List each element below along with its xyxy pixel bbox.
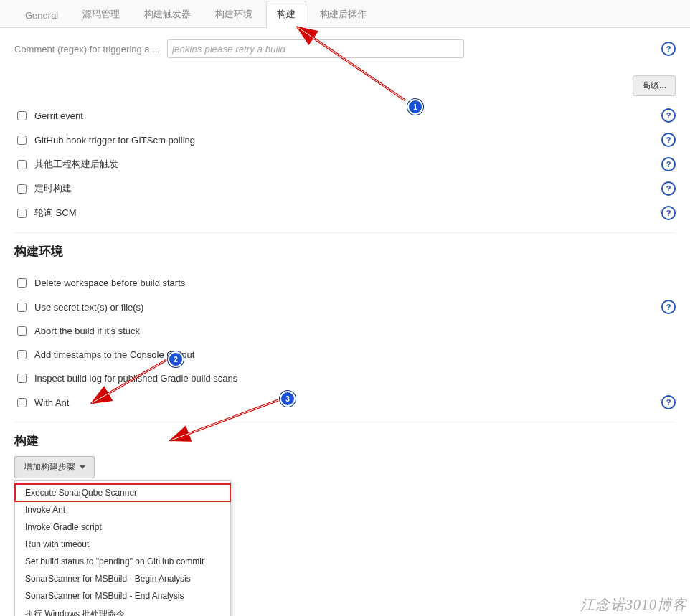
tab-scm[interactable]: 源码管理 bbox=[72, 1, 131, 27]
config-tabs: General 源码管理 构建触发器 构建环境 构建 构建后操作 bbox=[0, 0, 690, 28]
build-step-option-0[interactable]: Execute SonarQube Scanner bbox=[15, 484, 230, 501]
help-icon[interactable]: ? bbox=[661, 108, 676, 123]
section-build-environment: 构建环境 bbox=[14, 243, 676, 260]
add-build-step-label: 增加构建步骤 bbox=[24, 461, 75, 473]
env-0-label: Delete workspace before build starts bbox=[34, 278, 185, 288]
env-0-checkbox[interactable] bbox=[17, 278, 27, 288]
build-step-option-5[interactable]: SonarScanner for MSBuild - Begin Analysi… bbox=[15, 570, 230, 587]
watermark: 江念诺3010博客 bbox=[580, 595, 687, 615]
trigger-4-label: 轮询 SCM bbox=[34, 207, 77, 219]
trigger-0-label: Gerrit event bbox=[34, 110, 83, 121]
trigger-3-label: 定时构建 bbox=[34, 182, 72, 195]
annotation-badge-2: 2 bbox=[168, 351, 184, 367]
trigger-3-checkbox[interactable] bbox=[17, 184, 27, 194]
tab-environment[interactable]: 构建环境 bbox=[204, 1, 263, 27]
build-step-option-6[interactable]: SonarScanner for MSBuild - End Analysis bbox=[15, 587, 230, 605]
annotation-badge-3: 3 bbox=[280, 391, 296, 407]
env-2-checkbox[interactable] bbox=[17, 326, 27, 336]
env-3-checkbox[interactable] bbox=[17, 350, 27, 359]
env-5-label: With Ant bbox=[34, 397, 69, 408]
build-step-option-2[interactable]: Invoke Gradle script bbox=[15, 518, 230, 536]
env-4-label: Inspect build log for published Gradle b… bbox=[34, 373, 237, 384]
build-step-dropdown: Execute SonarQube ScannerInvoke AntInvok… bbox=[14, 480, 231, 616]
tab-triggers[interactable]: 构建触发器 bbox=[133, 1, 202, 27]
env-1-checkbox[interactable] bbox=[17, 303, 27, 312]
tab-build[interactable]: 构建 bbox=[266, 1, 306, 28]
trigger-1-label: GitHub hook trigger for GITScm polling bbox=[34, 135, 195, 146]
trigger-4-checkbox[interactable] bbox=[17, 209, 27, 218]
add-build-step-button[interactable]: 增加构建步骤 bbox=[14, 456, 95, 478]
help-icon[interactable]: ? bbox=[661, 395, 676, 409]
tab-general[interactable]: General bbox=[14, 3, 69, 27]
caret-down-icon bbox=[80, 465, 85, 469]
build-step-option-4[interactable]: Set build status to "pending" on GitHub … bbox=[15, 553, 230, 570]
help-icon[interactable]: ? bbox=[661, 181, 676, 196]
help-icon[interactable]: ? bbox=[661, 133, 676, 147]
trigger-2-checkbox[interactable] bbox=[17, 160, 27, 169]
trigger-0-checkbox[interactable] bbox=[17, 111, 27, 120]
help-icon[interactable]: ? bbox=[661, 157, 676, 171]
help-icon[interactable]: ? bbox=[661, 42, 676, 56]
advanced-button[interactable]: 高级... bbox=[633, 75, 676, 96]
help-icon[interactable]: ? bbox=[661, 300, 676, 314]
section-build: 构建 bbox=[14, 432, 676, 449]
env-2-label: Abort the build if it's stuck bbox=[34, 326, 140, 336]
env-5-checkbox[interactable] bbox=[17, 398, 27, 407]
annotation-badge-1: 1 bbox=[407, 99, 423, 115]
help-icon[interactable]: ? bbox=[661, 206, 676, 220]
regex-comment-input[interactable] bbox=[167, 39, 464, 58]
build-step-option-7[interactable]: 执行 Windows 批处理命令 bbox=[15, 605, 230, 616]
trigger-1-checkbox[interactable] bbox=[17, 136, 27, 145]
build-step-option-1[interactable]: Invoke Ant bbox=[15, 501, 230, 518]
trigger-2-label: 其他工程构建后触发 bbox=[34, 158, 118, 171]
env-4-checkbox[interactable] bbox=[17, 374, 27, 383]
env-1-label: Use secret text(s) or file(s) bbox=[34, 302, 143, 313]
truncated-label: Comment (regex) for triggering a ... bbox=[14, 44, 160, 55]
tab-postbuild[interactable]: 构建后操作 bbox=[309, 1, 377, 27]
build-step-option-3[interactable]: Run with timeout bbox=[15, 536, 230, 553]
